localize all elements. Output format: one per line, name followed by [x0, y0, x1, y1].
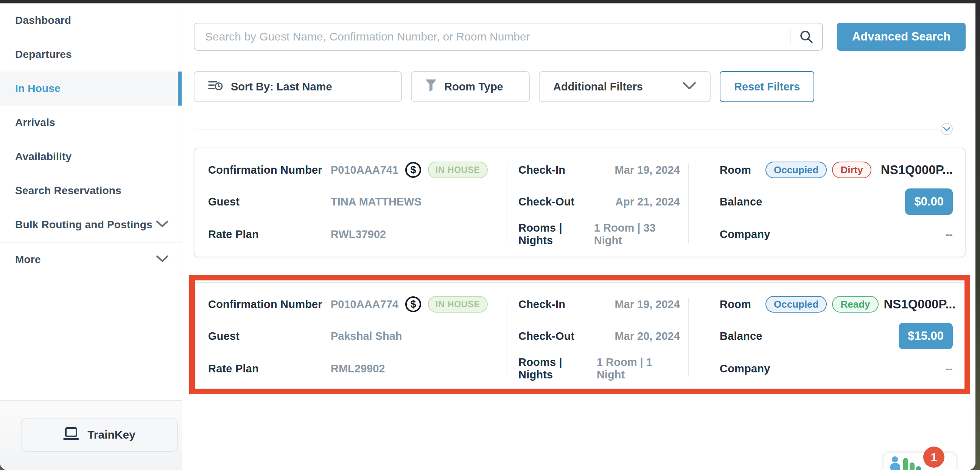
filter-row: Sort By: Last Name Room Type Additional … [194, 71, 814, 102]
balance-button[interactable]: $15.00 [899, 323, 953, 349]
advanced-search-button[interactable]: Advanced Search [837, 23, 966, 51]
room-type-label: Room Type [444, 81, 503, 93]
rooms-nights-label: Rooms | Nights [519, 222, 594, 247]
room-type-filter-button[interactable]: Room Type [411, 71, 530, 102]
check-out-label: Check-Out [519, 196, 574, 208]
chat-people-icon [889, 456, 922, 470]
chevron-down-icon [156, 253, 169, 266]
rooms-nights-label: Rooms | Nights [519, 356, 597, 381]
status-badge: IN HOUSE [428, 162, 488, 178]
column-divider [507, 298, 508, 376]
balance-button[interactable]: $0.00 [905, 188, 953, 215]
sidebar: Dashboard Departures In House Arrivals A… [0, 3, 182, 470]
check-out-date: Apr 21, 2024 [615, 196, 680, 208]
rate-plan-value: RWL37902 [331, 228, 386, 241]
check-in-label: Check-In [519, 298, 565, 311]
sidebar-item-label: Search Reservations [15, 185, 121, 197]
room-label: Room [720, 298, 751, 311]
guest-name: Pakshal Shah [331, 330, 402, 343]
check-in-date: Mar 19, 2024 [614, 164, 680, 176]
search-input[interactable] [194, 24, 790, 50]
additional-filters-label: Additional Filters [553, 81, 643, 93]
confirmation-label: Confirmation Number [208, 298, 322, 311]
collapse-toggle-button[interactable] [941, 123, 953, 135]
occupancy-status-pill: Occupied [765, 296, 827, 312]
rate-plan-label: Rate Plan [208, 363, 259, 375]
sidebar-item-search-reservations[interactable]: Search Reservations [0, 174, 181, 208]
sidebar-item-departures[interactable]: Departures [0, 37, 181, 72]
occupancy-status-pill: Occupied [765, 162, 827, 178]
sort-by-button[interactable]: Sort By: Last Name [194, 71, 402, 102]
company-value: -- [945, 363, 953, 375]
section-divider [194, 123, 955, 135]
confirmation-number[interactable]: P010AAA741 [331, 164, 398, 176]
chat-widget[interactable]: 1 [883, 452, 956, 470]
housekeeping-status-pill: Dirty [832, 162, 871, 178]
sidebar-item-label: Availability [15, 151, 72, 163]
column-divider [688, 298, 689, 376]
check-in-date: Mar 19, 2024 [614, 298, 680, 311]
notification-badge[interactable]: 1 [923, 446, 945, 468]
check-out-date: Mar 20, 2024 [614, 330, 680, 343]
reservation-card[interactable]: Confirmation Number P010AAA741 $ IN HOUS… [194, 148, 966, 257]
sidebar-item-bulk-routing[interactable]: Bulk Routing and Postings [0, 208, 181, 242]
additional-filters-button[interactable]: Additional Filters [539, 71, 711, 102]
confirmation-number[interactable]: P010AAA774 [331, 298, 398, 311]
trainkey-button[interactable]: TrainKey [21, 418, 178, 452]
app-window: Dashboard Departures In House Arrivals A… [0, 3, 975, 470]
room-number: NS1Q000P... [881, 163, 953, 177]
reset-filters-button[interactable]: Reset Filters [720, 71, 814, 102]
company-label: Company [720, 363, 770, 375]
balance-label: Balance [720, 196, 762, 208]
check-in-label: Check-In [519, 164, 565, 176]
status-badge: IN HOUSE [428, 296, 488, 312]
main-content: Advanced Search Sort By: Last Name Room … [182, 3, 975, 470]
rate-plan-value: RML29902 [331, 363, 385, 375]
room-number: NS1Q000P... [884, 297, 956, 311]
rate-plan-label: Rate Plan [208, 228, 259, 241]
sidebar-item-arrivals[interactable]: Arrivals [0, 105, 181, 140]
dollar-icon[interactable]: $ [405, 162, 421, 178]
funnel-icon [425, 79, 437, 95]
dollar-icon[interactable]: $ [405, 296, 421, 312]
divider-line [194, 129, 949, 129]
search-icon[interactable] [791, 30, 822, 44]
chevron-down-icon [682, 81, 696, 93]
sidebar-item-dashboard[interactable]: Dashboard [0, 3, 181, 37]
desktop-background: Dashboard Departures In House Arrivals A… [0, 0, 980, 470]
rooms-nights-value: 1 Room | 1 Night [597, 356, 680, 381]
guest-name: TINA MATTHEWS [331, 196, 422, 208]
column-divider [507, 164, 508, 243]
sidebar-item-label: More [15, 253, 41, 266]
sidebar-nav: Dashboard Departures In House Arrivals A… [0, 3, 181, 277]
reservation-card-highlighted[interactable]: Confirmation Number P010AAA774 $ IN HOUS… [194, 282, 966, 390]
balance-label: Balance [720, 330, 762, 343]
sidebar-item-availability[interactable]: Availability [0, 140, 181, 174]
room-label: Room [720, 164, 751, 176]
guest-label: Guest [208, 196, 240, 208]
sidebar-item-label: Bulk Routing and Postings [15, 219, 153, 231]
company-value: -- [945, 228, 953, 241]
sidebar-item-in-house[interactable]: In House [0, 72, 181, 105]
sort-by-label: Sort By: Last Name [231, 81, 332, 93]
sidebar-item-label: Arrivals [15, 116, 55, 129]
chevron-down-icon [156, 219, 169, 231]
laptop-icon [63, 427, 79, 443]
sidebar-footer: TrainKey [0, 400, 181, 470]
housekeeping-status-pill: Ready [832, 296, 878, 312]
sidebar-item-more[interactable]: More [0, 242, 181, 277]
sidebar-item-label: Dashboard [15, 14, 71, 27]
sort-icon [208, 80, 223, 94]
trainkey-label: TrainKey [88, 429, 135, 441]
column-divider [688, 164, 689, 243]
rooms-nights-value: 1 Room | 33 Night [594, 222, 680, 247]
search-box [194, 23, 823, 51]
guest-label: Guest [208, 330, 240, 343]
check-out-label: Check-Out [519, 330, 574, 343]
sidebar-item-label: Departures [15, 48, 72, 61]
company-label: Company [720, 228, 770, 241]
sidebar-item-label: In House [15, 83, 60, 95]
confirmation-label: Confirmation Number [208, 164, 322, 176]
